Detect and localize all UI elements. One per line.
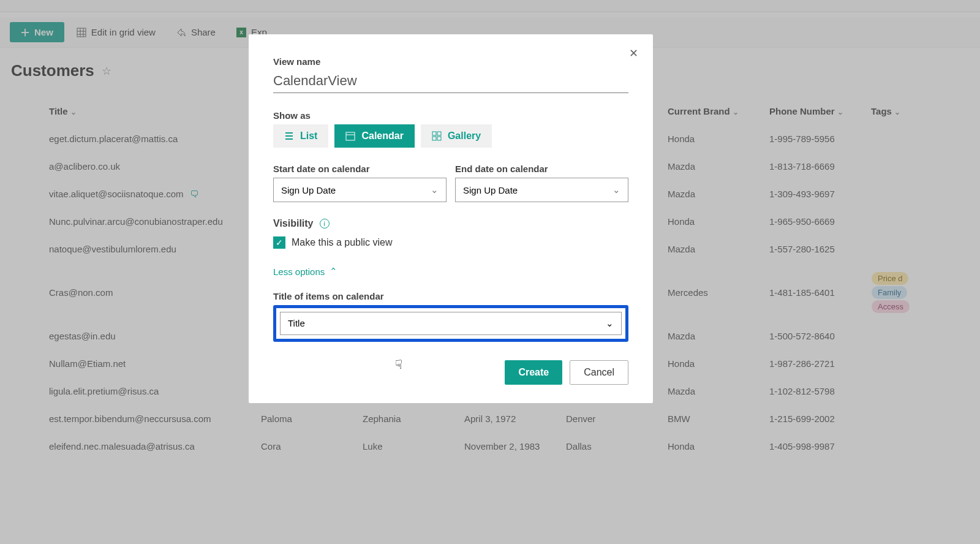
start-date-select[interactable]: Sign Up Date ⌄ bbox=[273, 178, 447, 202]
start-date-label: Start date on calendar bbox=[273, 164, 447, 174]
create-button[interactable]: Create bbox=[505, 360, 562, 385]
show-as-row: List Calendar Gallery bbox=[273, 124, 628, 148]
view-name-label: View name bbox=[273, 56, 628, 67]
show-as-label: Show as bbox=[273, 110, 628, 121]
view-name-input[interactable] bbox=[273, 70, 628, 93]
svg-rect-2 bbox=[432, 132, 436, 135]
calendar-icon bbox=[345, 131, 355, 141]
public-view-checkbox-row[interactable]: ✓ Make this a public view bbox=[273, 236, 628, 249]
chevron-down-icon: ⌄ bbox=[612, 184, 620, 195]
list-icon bbox=[284, 131, 294, 141]
svg-rect-5 bbox=[437, 137, 441, 140]
checkbox-checked-icon: ✓ bbox=[273, 236, 285, 249]
chevron-up-icon: ⌃ bbox=[330, 266, 337, 277]
gallery-option[interactable]: Gallery bbox=[421, 124, 492, 148]
calendar-option[interactable]: Calendar bbox=[334, 124, 414, 148]
cancel-button[interactable]: Cancel bbox=[570, 360, 628, 385]
create-view-dialog: ✕ View name Show as List Calendar Galler… bbox=[249, 34, 653, 403]
visibility-label-row: Visibility i bbox=[273, 218, 628, 229]
visibility-label: Visibility bbox=[273, 218, 314, 229]
cursor-icon: ☟ bbox=[395, 357, 402, 372]
title-items-label: Title of items on calendar bbox=[273, 291, 628, 301]
dialog-actions: Create Cancel bbox=[273, 360, 628, 385]
svg-rect-4 bbox=[432, 137, 436, 140]
svg-rect-3 bbox=[437, 132, 441, 135]
info-icon[interactable]: i bbox=[320, 219, 330, 229]
end-date-label: End date on calendar bbox=[455, 164, 628, 174]
chevron-down-icon: ⌄ bbox=[431, 184, 439, 195]
less-options-link[interactable]: Less options ⌃ bbox=[273, 266, 337, 277]
list-option[interactable]: List bbox=[273, 124, 328, 148]
close-icon[interactable]: ✕ bbox=[629, 47, 638, 60]
gallery-icon bbox=[432, 131, 442, 141]
public-view-label: Make this a public view bbox=[292, 237, 393, 248]
svg-rect-1 bbox=[346, 132, 355, 140]
chevron-down-icon: ⌄ bbox=[606, 318, 614, 329]
end-date-select[interactable]: Sign Up Date ⌄ bbox=[455, 178, 628, 202]
title-items-select[interactable]: Title ⌄ bbox=[280, 312, 622, 335]
highlight-box: Title ⌄ bbox=[273, 305, 628, 342]
